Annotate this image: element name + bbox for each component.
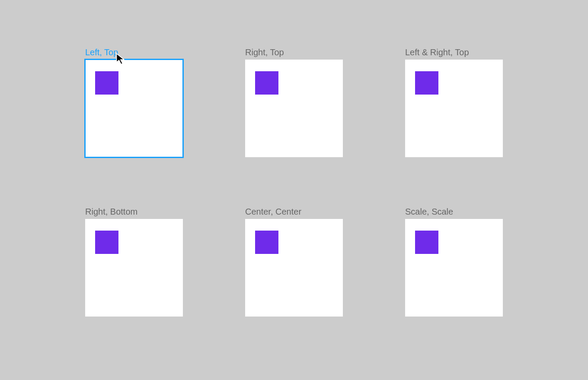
shape-rectangle[interactable] xyxy=(255,231,278,254)
shape-rectangle[interactable] xyxy=(95,71,118,95)
frame-cell-left-top[interactable]: Left, Top xyxy=(85,47,183,157)
frame-label: Right, Top xyxy=(245,47,343,58)
frame-label: Scale, Scale xyxy=(405,206,503,217)
frame-label: Left & Right, Top xyxy=(405,47,503,58)
shape-rectangle[interactable] xyxy=(95,231,118,254)
shape-rectangle[interactable] xyxy=(255,71,278,95)
frame-cell-scale-scale[interactable]: Scale, Scale xyxy=(405,206,503,317)
frame-label: Right, Bottom xyxy=(85,206,183,217)
frame-cell-center-center[interactable]: Center, Center xyxy=(245,206,343,317)
frame-canvas[interactable] xyxy=(405,60,503,157)
frame-cell-right-bottom[interactable]: Right, Bottom xyxy=(85,206,183,317)
frame-canvas[interactable] xyxy=(405,219,503,317)
frame-canvas[interactable] xyxy=(85,60,183,157)
shape-rectangle[interactable] xyxy=(415,231,438,254)
frames-grid: Left, Top Right, Top Left & Right, Top R… xyxy=(85,47,503,317)
frame-label: Center, Center xyxy=(245,206,343,217)
frame-label: Left, Top xyxy=(85,47,183,58)
frame-canvas[interactable] xyxy=(85,219,183,317)
frame-canvas[interactable] xyxy=(245,60,343,157)
shape-rectangle[interactable] xyxy=(415,71,438,95)
frame-canvas[interactable] xyxy=(245,219,343,317)
frame-cell-right-top[interactable]: Right, Top xyxy=(245,47,343,157)
frame-cell-left-right-top[interactable]: Left & Right, Top xyxy=(405,47,503,157)
